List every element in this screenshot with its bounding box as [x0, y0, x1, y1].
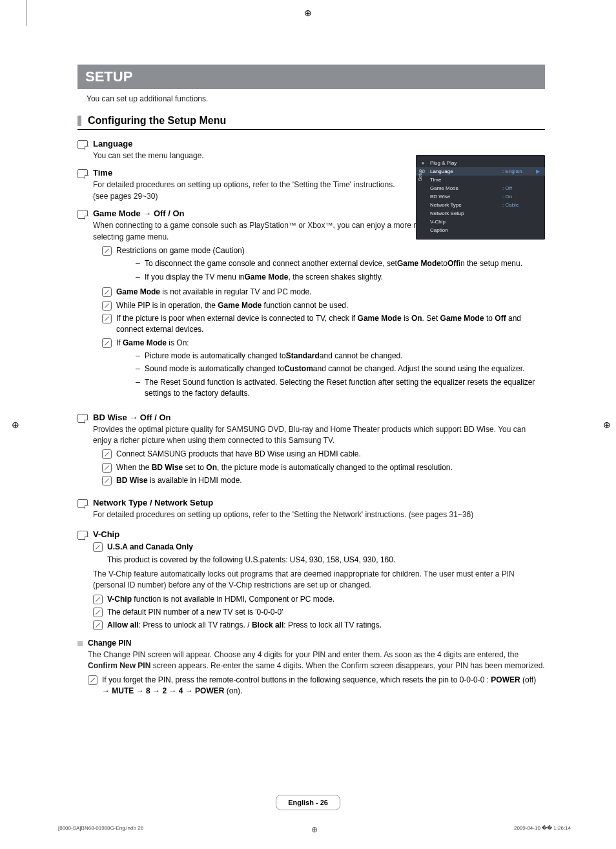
section-bar-icon	[77, 116, 81, 126]
osd-row: ✿Language: English▶	[416, 167, 545, 176]
vchip-intro: The V-Chip feature automatically locks o…	[93, 569, 545, 591]
network-body: For detailed procedures on setting up op…	[93, 509, 545, 520]
note-icon	[102, 287, 112, 297]
osd-screenshot: Setup ●Plug & Play✿Language: English▶Tim…	[416, 155, 545, 240]
note-icon	[93, 608, 103, 617]
bdwise-note: BD Wise is available in HDMI mode.	[116, 475, 545, 486]
game-bullet: If you display the TV menu in Game Mode,…	[136, 272, 545, 283]
setup-banner: SETUP	[77, 65, 545, 89]
bdwise-intro: Provides the optimal picture quality for…	[93, 424, 545, 447]
sub-square-icon	[77, 641, 83, 646]
osd-row-label: Caption	[430, 227, 502, 233]
osd-row-icon: ●	[420, 160, 426, 166]
changepin-body: The Change PIN screen will appear. Choos…	[88, 650, 545, 672]
game-bullet: Picture mode is automatically changed to…	[136, 351, 545, 362]
note-icon	[93, 595, 103, 604]
section-title: Configuring the Setup Menu	[88, 115, 226, 127]
osd-row: Network Type: Cable	[416, 201, 545, 209]
game-note-restrictions: Restrictions on game mode (Caution) To d…	[116, 245, 545, 285]
printers-mark-icon: ⊕	[603, 420, 611, 430]
osd-row-value: : Off	[502, 185, 533, 191]
osd-row: BD Wise: On	[416, 192, 545, 201]
osd-row-label: BD Wise	[430, 194, 502, 199]
osd-row-label: Network Setup	[430, 210, 502, 216]
vchip-title: V-Chip	[93, 529, 545, 539]
printers-mark-icon: ⊕	[304, 8, 312, 18]
osd-row: Caption	[416, 226, 545, 234]
game-note-on: If Game Mode is On: Picture mode is auto…	[116, 338, 545, 402]
game-bullet: The Reset Sound function is activated. S…	[136, 377, 545, 400]
note-icon	[93, 620, 103, 630]
game-note: Game Mode is not available in regular TV…	[116, 287, 545, 298]
note-icon	[102, 463, 112, 473]
note-icon	[88, 675, 98, 685]
osd-row: Time	[416, 176, 545, 184]
game-bullet: To disconnect the game console and conne…	[136, 258, 545, 269]
osd-row-label: Plug & Play	[430, 160, 502, 166]
footer-right: 2009-04-10 �� 1:26:14	[514, 825, 571, 831]
note-icon	[102, 449, 112, 459]
print-footer: [8000-SA]BN68-01988G-Eng.indb 26 ⊕ 2009-…	[58, 825, 571, 831]
crop-line	[26, 0, 26, 26]
changepin-note: If you forget the PIN, press the remote-…	[102, 675, 545, 697]
osd-row: ●Plug & Play	[416, 159, 545, 167]
osd-row-value: : Cable	[502, 202, 533, 208]
bdwise-title: BD Wise → Off / On	[93, 413, 545, 422]
osd-row-label: Language	[430, 169, 502, 174]
q-icon	[77, 210, 88, 219]
osd-row-label: Network Type	[430, 202, 502, 208]
osd-row-label: Game Mode	[430, 185, 502, 191]
network-title: Network Type / Network Setup	[93, 498, 545, 507]
vchip-usa-note: U.S.A and Canada Only This product is co…	[107, 542, 545, 566]
osd-row: Network Setup	[416, 209, 545, 218]
language-body: You can set the menu language.	[93, 150, 413, 161]
osd-row-value: : English	[502, 169, 533, 174]
q-icon	[77, 531, 88, 540]
osd-row-label: Time	[430, 177, 502, 183]
time-body: For detailed procedures on setting up op…	[93, 179, 413, 202]
note-icon	[102, 314, 112, 323]
q-icon	[77, 414, 88, 423]
section-header: Configuring the Setup Menu	[77, 115, 545, 130]
osd-row-value: : On	[502, 194, 533, 199]
footer-left: [8000-SA]BN68-01988G-Eng.indb 26	[58, 825, 143, 831]
note-icon	[93, 542, 103, 552]
intro-text: You can set up additional functions.	[87, 94, 545, 103]
osd-row: Game Mode: Off	[416, 184, 545, 192]
vchip-note: Allow all: Press to unlock all TV rating…	[107, 620, 545, 631]
bdwise-note: When the BD Wise set to On, the picture …	[116, 462, 545, 473]
printers-mark-icon: ⊕	[311, 825, 318, 834]
osd-row: V-Chip	[416, 218, 545, 226]
osd-side-label: Setup	[418, 169, 422, 181]
q-icon	[77, 169, 88, 178]
language-title: Language	[93, 139, 413, 148]
q-icon	[77, 499, 88, 508]
game-note: While PIP is in operation, the Game Mode…	[116, 300, 545, 311]
chevron-right-icon: ▶	[533, 169, 540, 174]
printers-mark-icon: ⊕	[12, 420, 19, 430]
bdwise-note: Connect SAMSUNG products that have BD Wi…	[116, 449, 545, 460]
vchip-note: The default PIN number of a new TV set i…	[107, 607, 545, 618]
note-icon	[102, 301, 112, 311]
q-icon	[77, 140, 88, 149]
note-icon	[102, 476, 112, 486]
vchip-note: V-Chip function is not available in HDMI…	[107, 594, 545, 605]
changepin-title: Change PIN	[88, 639, 545, 648]
page-footer: English - 26	[276, 795, 340, 810]
game-note: If the picture is poor when external dev…	[116, 313, 545, 336]
osd-row-label: V-Chip	[430, 219, 502, 225]
note-icon	[102, 246, 112, 256]
note-icon	[102, 338, 112, 348]
game-bullet: Sound mode is automatically changed to C…	[136, 363, 545, 374]
time-title: Time	[93, 168, 413, 178]
